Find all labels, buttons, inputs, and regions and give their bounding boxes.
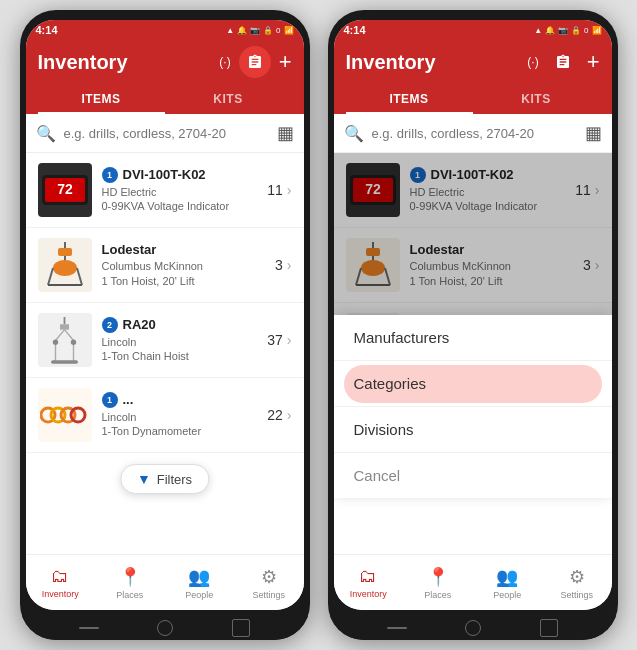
left-phone: 4:14 ▲ 🔔 📷 🔒 0 📶 Inventory (·) +: [20, 10, 310, 640]
barcode-icon-right[interactable]: ▦: [585, 122, 602, 144]
nav-item-people[interactable]: 👥 People: [165, 555, 235, 610]
item-code: RA20: [123, 317, 156, 332]
people-nav-icon-right: 👥: [496, 566, 518, 588]
item-badge: 1: [102, 392, 118, 408]
places-nav-icon-right: 📍: [427, 566, 449, 588]
clipboard-icon[interactable]: [239, 46, 271, 78]
search-bar-right: 🔍 ▦: [334, 114, 612, 153]
home-gesture-right[interactable]: [465, 620, 481, 636]
item-count-row: 11 ›: [267, 182, 291, 198]
item-count: 11: [267, 182, 283, 198]
nav-item-inventory-right[interactable]: 🗂 Inventory: [334, 555, 404, 610]
item-description: Lincoln 1-Ton Chain Hoist: [102, 335, 258, 364]
svg-point-6: [53, 260, 77, 276]
svg-rect-11: [60, 324, 69, 329]
search-icon: 🔍: [36, 124, 56, 143]
back-gesture-right[interactable]: [387, 627, 407, 629]
status-time-right: 4:14: [344, 24, 366, 36]
nav-label-people: People: [185, 590, 213, 600]
nav-item-people-right[interactable]: 👥 People: [473, 555, 543, 610]
signal-icon-right: (·): [527, 55, 538, 69]
nav-label-settings-right: Settings: [560, 590, 593, 600]
dropdown-divisions[interactable]: Divisions: [334, 407, 612, 453]
nav-item-inventory[interactable]: 🗂 Inventory: [26, 555, 96, 610]
header-icons-right: (·) +: [527, 46, 599, 78]
svg-line-13: [65, 330, 74, 341]
chevron-right-icon: ›: [287, 182, 292, 198]
nav-item-places[interactable]: 📍 Places: [95, 555, 165, 610]
tab-kits-right[interactable]: KITS: [473, 84, 600, 114]
nav-item-places-right[interactable]: 📍 Places: [403, 555, 473, 610]
filters-button[interactable]: ▼ Filters: [120, 464, 209, 494]
item-thumbnail: 72: [38, 163, 92, 217]
search-icon-right: 🔍: [344, 124, 364, 143]
nav-label-inventory-right: Inventory: [350, 589, 387, 599]
add-icon[interactable]: +: [279, 49, 292, 75]
tab-items-right[interactable]: ITEMS: [346, 84, 473, 114]
list-item[interactable]: 2 RA20 Lincoln 1-Ton Chain Hoist 37 ›: [26, 303, 304, 378]
nav-label-settings: Settings: [252, 590, 285, 600]
svg-text:72: 72: [57, 181, 73, 197]
status-bar: 4:14 ▲ 🔔 📷 🔒 0 📶: [26, 20, 304, 40]
right-phone: 4:14 ▲ 🔔 📷 🔒 0 📶 Inventory (·) +: [328, 10, 618, 640]
add-icon-right[interactable]: +: [587, 49, 600, 75]
tabs: ITEMS KITS: [38, 84, 292, 114]
search-input[interactable]: [64, 126, 269, 141]
nav-item-settings-right[interactable]: ⚙ Settings: [542, 555, 612, 610]
svg-line-8: [77, 268, 82, 285]
nav-label-places: Places: [116, 590, 143, 600]
app-header: Inventory (·) + ITEMS KITS: [26, 40, 304, 114]
item-count: 3: [275, 257, 283, 273]
item-code: ...: [123, 392, 134, 407]
dropdown-cancel[interactable]: Cancel: [334, 453, 612, 498]
settings-nav-icon-right: ⚙: [569, 566, 585, 588]
barcode-icon[interactable]: ▦: [277, 122, 294, 144]
recents-gesture-right[interactable]: [540, 619, 558, 637]
item-info: 2 RA20 Lincoln 1-Ton Chain Hoist: [102, 317, 258, 364]
svg-line-12: [56, 330, 65, 341]
clipboard-icon-right[interactable]: [547, 46, 579, 78]
list-item[interactable]: Lodestar Columbus McKinnon 1 Ton Hoist, …: [26, 228, 304, 303]
filters-overlay: ▼ Filters: [120, 464, 209, 494]
home-gesture[interactable]: [157, 620, 173, 636]
item-info: Lodestar Columbus McKinnon 1 Ton Hoist, …: [102, 242, 266, 288]
item-count-row: 3 ›: [275, 257, 291, 273]
item-list-right: 72 1 DVI-100T-K02 HD Electric0-99KVA Vol…: [334, 153, 612, 554]
dropdown-manufacturers[interactable]: Manufacturers: [334, 315, 612, 361]
search-input-right[interactable]: [372, 126, 577, 141]
recents-gesture[interactable]: [232, 619, 250, 637]
inventory-nav-icon-right: 🗂: [359, 566, 377, 587]
back-gesture[interactable]: [79, 627, 99, 629]
tab-kits[interactable]: KITS: [165, 84, 292, 114]
list-item[interactable]: 1 ... Lincoln 1-Ton Dynamometer 22 ›: [26, 378, 304, 453]
item-info: 1 ... Lincoln 1-Ton Dynamometer: [102, 392, 258, 439]
svg-rect-18: [51, 360, 78, 364]
list-item[interactable]: 72 1 DVI-100T-K02 HD Electric 0-99KVA Vo…: [26, 153, 304, 228]
app-header-right: Inventory (·) + ITEMS KITS: [334, 40, 612, 114]
status-time: 4:14: [36, 24, 58, 36]
settings-nav-icon: ⚙: [261, 566, 277, 588]
dropdown-menu: Manufacturers Categories Divisions Cance…: [334, 315, 612, 498]
places-nav-icon: 📍: [119, 566, 141, 588]
status-bar-right: 4:14 ▲ 🔔 📷 🔒 0 📶: [334, 20, 612, 40]
item-description: Lincoln 1-Ton Dynamometer: [102, 410, 258, 439]
dropdown-categories[interactable]: Categories: [334, 361, 612, 407]
item-thumbnail: [38, 238, 92, 292]
tabs-right: ITEMS KITS: [346, 84, 600, 114]
header-icons: (·) +: [219, 46, 291, 78]
status-icons-right: ▲ 🔔 📷 🔒 0 📶: [534, 26, 601, 35]
filters-label: Filters: [157, 472, 192, 487]
nav-label-people-right: People: [493, 590, 521, 600]
tab-items[interactable]: ITEMS: [38, 84, 165, 114]
signal-icon: (·): [219, 55, 230, 69]
item-description: Columbus McKinnon 1 Ton Hoist, 20' Lift: [102, 259, 266, 288]
filter-icon: ▼: [137, 471, 151, 487]
item-badge: 1: [102, 167, 118, 183]
nav-item-settings[interactable]: ⚙ Settings: [234, 555, 304, 610]
svg-line-7: [48, 268, 53, 285]
app-title: Inventory: [38, 51, 128, 74]
phone-nav-bar-right: [328, 616, 618, 640]
svg-point-14: [53, 340, 58, 345]
item-thumbnail: [38, 388, 92, 442]
app-title-right: Inventory: [346, 51, 436, 74]
